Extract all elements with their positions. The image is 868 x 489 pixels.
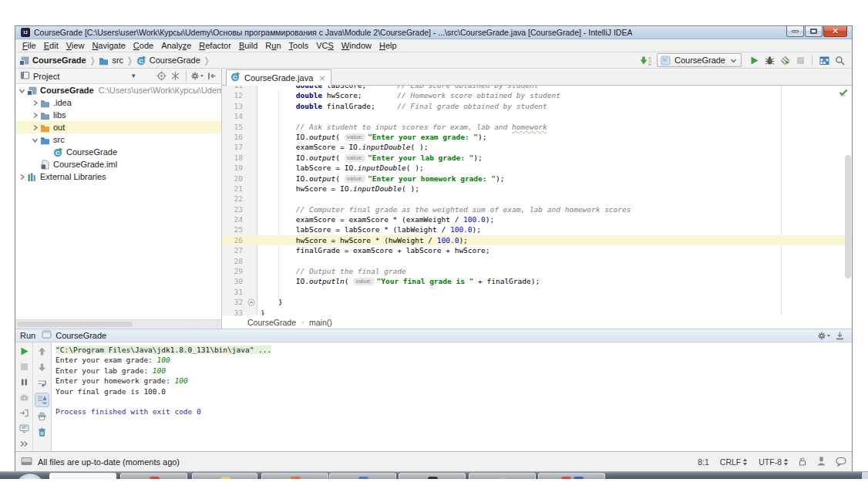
chevron-right-icon — [32, 124, 39, 131]
menu-item-view[interactable]: View — [62, 41, 89, 50]
menu-item-code[interactable]: Code — [130, 41, 157, 50]
prev-occurrence-button[interactable] — [35, 344, 49, 359]
console-icon — [42, 329, 52, 339]
more-actions-button[interactable] — [17, 437, 32, 451]
title-bar[interactable]: IJ CourseGrade [C:\Users\user\Work\Курсы… — [15, 26, 852, 39]
menu-item-navigate[interactable]: Navigate — [88, 41, 129, 50]
menu-item-run[interactable]: Run — [261, 41, 284, 50]
editor-scrollbar-thumb[interactable] — [845, 155, 851, 278]
tree-item-coursegrade-class[interactable]: CCourseGrade — [15, 146, 221, 158]
tree-item-external-libraries[interactable]: External Libraries — [15, 170, 221, 183]
chevron-down-icon[interactable] — [30, 137, 40, 143]
editor-breadcrumb-1[interactable]: main() — [309, 318, 332, 327]
menu-item-refactor[interactable]: Refactor — [195, 41, 235, 50]
taskbar-button-4[interactable] — [261, 473, 328, 479]
menu-item-window[interactable]: Window — [338, 41, 375, 50]
breadcrumb-src-1[interactable]: src — [99, 56, 123, 66]
show-desktop-button[interactable] — [861, 472, 868, 479]
tab-coursegrade-java[interactable]: C CourseGrade.java × — [226, 69, 331, 86]
minimize-icon — [792, 30, 799, 32]
tab-close-icon[interactable]: × — [318, 74, 325, 83]
taskbar-button-8[interactable] — [538, 473, 605, 479]
hector-button[interactable] — [816, 457, 826, 467]
menu-item-build[interactable]: Build — [235, 41, 261, 50]
stop-console-button[interactable] — [17, 359, 32, 373]
encoding-widget[interactable]: UTF-8 — [759, 457, 789, 467]
taskbar-button-3[interactable] — [192, 473, 257, 479]
taskbar-button-5[interactable] — [329, 473, 396, 479]
run-tab-coursegrade[interactable]: CourseGrade — [42, 329, 106, 342]
debug-button[interactable] — [762, 53, 777, 67]
editor-column: C CourseGrade.java × 11 double labScore;… — [222, 69, 852, 329]
run-configuration-select[interactable]: CourseGrade — [657, 53, 742, 67]
start-button[interactable] — [15, 473, 45, 479]
line-separator-widget[interactable]: CRLF — [720, 457, 748, 467]
hide-run-panel-button[interactable] — [832, 329, 847, 342]
taskbar-button-1[interactable] — [49, 473, 116, 479]
chevron-right-icon[interactable] — [30, 124, 40, 131]
run-button[interactable] — [746, 53, 762, 67]
status-message: All files are up-to-date (moments ago) — [38, 457, 180, 467]
soft-wrap-button[interactable] — [35, 376, 49, 391]
tree-item-coursegrade-iml[interactable]: CourseGrade.iml — [15, 158, 221, 170]
tree-item-libs[interactable]: libs — [15, 109, 221, 121]
console-history-button[interactable] — [17, 422, 32, 436]
thread-dump-button[interactable] — [17, 390, 32, 404]
balloon-button[interactable] — [836, 457, 846, 467]
caret-position-widget[interactable]: 8:1 — [698, 457, 709, 467]
show-console-button[interactable] — [17, 406, 32, 420]
editor-breadcrumb-0[interactable]: CourseGrade — [247, 318, 296, 327]
collapse-all-button[interactable] — [168, 69, 182, 83]
menu-item-tools[interactable]: Tools — [285, 41, 313, 50]
chevron-down-icon[interactable] — [17, 87, 27, 94]
tree-item-out[interactable]: out — [15, 121, 221, 133]
lock-open-button[interactable] — [798, 457, 807, 467]
editor-area[interactable]: 11 double labScore; // Lab score obtaine… — [222, 86, 852, 315]
project-structure-button[interactable] — [816, 53, 832, 67]
menu-item-file[interactable]: File — [19, 41, 40, 50]
tree-item-idea[interactable]: .idea — [15, 96, 221, 109]
toolwindow-toggle-icon[interactable] — [21, 455, 32, 469]
balloon-icon — [836, 457, 846, 467]
breadcrumb-coursegrade-2[interactable]: CCourseGrade — [136, 56, 200, 66]
minimize-button[interactable] — [786, 26, 804, 37]
project-view-caret-icon[interactable]: ▼ — [130, 73, 136, 79]
hide-panel-icon — [207, 71, 217, 81]
taskbar-button-6[interactable] — [399, 473, 466, 479]
menu-item-edit[interactable]: Edit — [40, 41, 62, 50]
run-with-coverage-button[interactable] — [777, 53, 792, 67]
scroll-to-end-button[interactable] — [35, 393, 49, 407]
print-button[interactable] — [35, 409, 49, 423]
project-horizontal-scrollbar[interactable] — [15, 319, 221, 329]
project-settings-button[interactable] — [190, 69, 204, 83]
run-settings-button[interactable] — [816, 329, 832, 342]
run-console[interactable]: "C:\Program Files\Java\jdk1.8.0_131\bin\… — [52, 342, 852, 451]
close-button[interactable]: ✕ — [823, 26, 847, 37]
chevron-right-icon[interactable] — [30, 99, 40, 106]
main-area: Project ▼ CourseGradeC:\Users\user\Work\… — [15, 69, 852, 329]
tree-item-src[interactable]: src — [15, 133, 221, 146]
fold-marker-icon[interactable] — [247, 298, 255, 309]
maximize-button[interactable] — [805, 26, 823, 37]
update-project-button[interactable]: 011001 — [638, 53, 654, 67]
project-scrollbar-thumb[interactable] — [17, 322, 133, 327]
inspection-ok-icon[interactable] — [839, 86, 848, 100]
menu-item-help[interactable]: Help — [375, 41, 401, 50]
rerun-button[interactable] — [17, 344, 32, 358]
intellij-logo-icon: IJ — [21, 28, 30, 37]
hide-project-panel-button[interactable] — [204, 69, 218, 83]
pause-output-button[interactable] — [17, 375, 32, 389]
chevron-right-icon[interactable] — [17, 174, 27, 180]
clear-all-button[interactable] — [35, 425, 49, 440]
taskbar-button-2[interactable] — [120, 473, 187, 479]
taskbar-button-7[interactable] — [469, 473, 536, 479]
next-occurrence-button[interactable] — [35, 360, 49, 375]
tree-item-coursegrade-root[interactable]: CourseGradeC:\Users\user\Work\Курсы\Udem… — [15, 84, 221, 96]
stop-button[interactable] — [792, 53, 808, 67]
menu-item-analyze[interactable]: Analyze — [157, 41, 195, 50]
menu-item-vcs[interactable]: VCS — [312, 41, 338, 50]
breadcrumb-coursegrade-0[interactable]: CourseGrade — [19, 56, 86, 66]
chevron-right-icon[interactable] — [30, 112, 40, 119]
search-everywhere-button[interactable] — [832, 53, 847, 67]
scroll-to-source-button[interactable] — [154, 69, 168, 83]
